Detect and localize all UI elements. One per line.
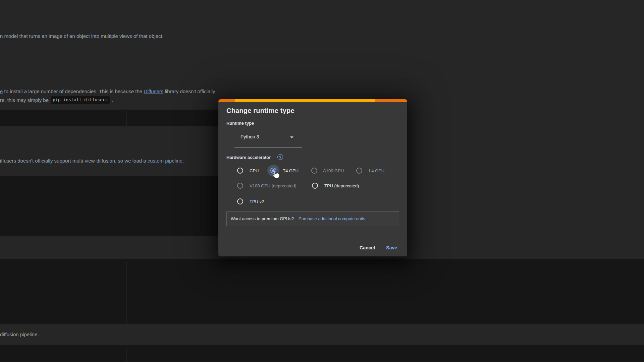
code-cell <box>0 345 644 362</box>
loading-bar-segment <box>218 99 235 102</box>
radio-button[interactable] <box>312 183 318 189</box>
radio-option-v100-gpu[interactable]: V100 GPU (deprecated) <box>237 183 296 189</box>
cell-divider-line <box>126 349 126 362</box>
radio-button[interactable] <box>237 183 243 189</box>
radio-option-cpu[interactable]: CPU <box>237 168 259 174</box>
runtime-type-select[interactable]: Python 3 <box>234 131 302 143</box>
notebook-paragraph: n model that turns an image of an object… <box>0 33 164 39</box>
notebook-paragraph: diffusion pipeline. <box>0 331 39 338</box>
premium-question: Want access to premium GPUs? <box>231 216 294 221</box>
custom-pipeline-link: custom pipeline <box>148 158 182 164</box>
radio-label: TPU v2 <box>250 199 264 204</box>
change-runtime-type-dialog: Change runtime type Runtime type Python … <box>218 99 407 256</box>
radio-option-tpu-deprecated[interactable]: TPU (deprecated) <box>312 183 359 189</box>
paragraph-text: . <box>182 158 184 164</box>
premium-gpu-banner: Want access to premium GPUs? Purchase ad… <box>226 211 399 226</box>
paragraph-text: library doesn't officially <box>163 88 215 94</box>
notebook-paragraph: e to install a large number of dependenc… <box>0 88 215 95</box>
radio-button[interactable] <box>237 198 243 204</box>
radio-button[interactable] <box>237 168 243 174</box>
code-cell: e.co/datasets/dylanebert/3d-arena/resolv… <box>0 259 644 324</box>
radio-option-tpu-v2[interactable]: TPU v2 <box>237 198 264 204</box>
loading-bar-segment <box>235 99 375 102</box>
dialog-title: Change runtime type <box>226 107 294 115</box>
radio-label: CPU <box>250 168 259 173</box>
paragraph-text: to install a large number of dependencie… <box>3 88 144 94</box>
code-cell: Pipeline DiffusionPipeline.from_pretrain… <box>0 176 219 236</box>
inline-code-chip: pip install diffusers <box>51 96 110 104</box>
cell-divider-line <box>126 111 126 126</box>
notebook-paragraph: iffusers doesn't officially support mult… <box>0 158 184 164</box>
radio-label: T4 GPU <box>283 168 299 173</box>
radio-button[interactable] <box>356 168 362 174</box>
select-underline <box>234 147 302 148</box>
radio-label: TPU (deprecated) <box>324 183 359 188</box>
runtime-type-label: Runtime type <box>226 121 254 126</box>
radio-label: A100 GPU <box>323 168 344 173</box>
diffusers-link: Diffusers <box>144 88 163 94</box>
loading-bar-segment <box>375 99 407 102</box>
chevron-down-icon <box>290 136 293 138</box>
loading-bar <box>218 99 407 102</box>
help-icon[interactable]: ? <box>277 154 283 160</box>
cell-divider-line <box>126 262 126 323</box>
paragraph-text: re, this may simply be <box>0 97 49 103</box>
code-cell: face.co/spaces/dylanebert/multi-view-dif… <box>0 110 219 126</box>
radio-button[interactable] <box>311 168 317 174</box>
paragraph-text: iffusers doesn't officially support mult… <box>0 158 148 164</box>
hardware-accelerator-label: Hardware accelerator <box>226 155 271 160</box>
notebook-paragraph: re, this may simply be pip install diffu… <box>0 96 113 104</box>
radio-label: V100 GPU (deprecated) <box>250 183 296 188</box>
mouse-hand-cursor-icon <box>271 169 281 180</box>
cancel-button[interactable]: Cancel <box>360 243 375 252</box>
radio-option-a100-gpu[interactable]: A100 GPU <box>311 168 344 174</box>
paragraph-text: . <box>112 97 113 103</box>
radio-label: L4 GPU <box>369 168 384 173</box>
save-button[interactable]: Save <box>386 243 397 252</box>
runtime-type-value: Python 3 <box>240 134 259 139</box>
radio-option-l4-gpu[interactable]: L4 GPU <box>356 168 384 174</box>
purchase-compute-units-link[interactable]: Purchase additional compute units <box>299 216 365 221</box>
